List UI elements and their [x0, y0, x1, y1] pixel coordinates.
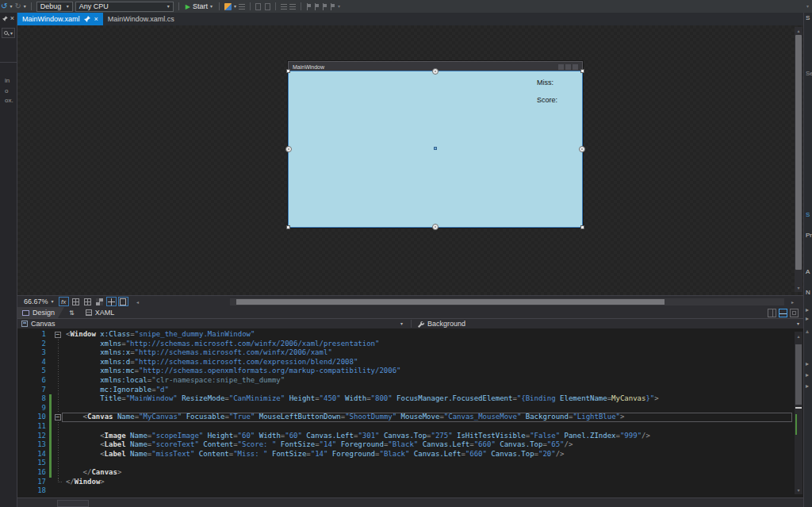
- bookmark-clear-icon[interactable]: [330, 3, 335, 10]
- collapse-icon[interactable]: −: [55, 332, 61, 338]
- resize-handle-right[interactable]: [579, 146, 585, 152]
- line-number: 2: [17, 340, 46, 349]
- chevron-down-icon[interactable]: ▾: [797, 321, 799, 326]
- document-copy-icon[interactable]: [265, 3, 270, 10]
- breadcrumb-element[interactable]: Canvas: [31, 320, 56, 328]
- designer-vertical-scrollbar[interactable]: ▴ ▾: [795, 27, 802, 292]
- indent-icon[interactable]: [281, 4, 287, 10]
- scroll-up-icon[interactable]: ▴: [795, 333, 802, 339]
- resize-handle-top[interactable]: [432, 68, 439, 75]
- code-line[interactable]: 12<Image Name="scopeImage" Height="60" W…: [17, 432, 803, 441]
- design-surface[interactable]: MainWindow Miss: Score: ▴: [17, 25, 803, 295]
- fold-guide: [58, 376, 59, 386]
- collapse-icon[interactable]: −: [55, 414, 61, 421]
- scroll-left-icon[interactable]: ◂: [136, 299, 139, 305]
- close-icon[interactable]: ×: [94, 16, 98, 23]
- code-line[interactable]: 14<Label Name="missText" Content="Miss: …: [17, 450, 803, 459]
- configuration-select[interactable]: Debug ▾: [36, 2, 73, 12]
- miss-label: Miss:: [537, 79, 553, 86]
- designer-horizontal-scrollbar[interactable]: [230, 298, 784, 305]
- line-number: 3: [17, 348, 46, 358]
- code-line[interactable]: 18: [17, 486, 803, 496]
- xaml-code-editor[interactable]: 1−<Window x:Class="snipe_the_dummy.MainW…: [17, 328, 803, 497]
- code-text: xmlns:d="http://schemas.microsoft.com/ex…: [66, 358, 358, 367]
- resize-handle-left[interactable]: [285, 146, 292, 152]
- swap-panes-icon[interactable]: ⇅: [69, 309, 75, 317]
- document-icon[interactable]: [255, 3, 261, 10]
- toolbox-search-input[interactable]: ▾: [2, 28, 15, 38]
- vertical-split-button[interactable]: [768, 309, 776, 317]
- collapse-pane-button[interactable]: [790, 309, 799, 317]
- scrollbar-thumb[interactable]: [795, 35, 802, 270]
- zoom-select[interactable]: 66.67% ▾: [17, 298, 57, 305]
- editor-vertical-scrollbar[interactable]: ▴ ▾: [795, 332, 802, 494]
- toolbar-options-icon[interactable]: ▾: [806, 4, 809, 9]
- divider: [0, 62, 17, 63]
- code-line[interactable]: 13<Label Name="scoreText" Content="Score…: [17, 440, 803, 450]
- tab-design[interactable]: Design: [17, 307, 64, 318]
- scrollbar-thumb[interactable]: [795, 344, 802, 405]
- redo-icon[interactable]: ↻: [14, 2, 21, 10]
- code-line[interactable]: 4xmlns:d="http://schemas.microsoft.com/e…: [17, 358, 803, 367]
- outdent-icon[interactable]: [289, 4, 296, 10]
- horizontal-split-button[interactable]: [779, 309, 787, 317]
- pin-icon[interactable]: [2, 16, 8, 21]
- pin-icon[interactable]: [84, 16, 90, 22]
- scroll-up-icon[interactable]: ▴: [797, 27, 799, 35]
- snap-to-gridlines-toggle[interactable]: [106, 297, 117, 306]
- fold-guide: [58, 386, 59, 395]
- tab-mainwindow-xaml[interactable]: MainWindow.xaml ×: [17, 13, 103, 25]
- code-line[interactable]: 10−<Canvas Name="MyCanvas" Focusable="Tr…: [17, 413, 803, 422]
- resize-handle-top-right[interactable]: [580, 69, 584, 73]
- code-line[interactable]: 1−<Window x:Class="snipe_the_dummy.MainW…: [17, 330, 803, 340]
- scroll-down-icon[interactable]: ▾: [797, 284, 799, 292]
- code-line[interactable]: 7mc:Ignorable="d": [17, 386, 803, 395]
- resize-handle-top-left[interactable]: [286, 69, 290, 73]
- resize-handle-bottom-left[interactable]: [286, 225, 290, 229]
- design-preview-window[interactable]: MainWindow Miss: Score:: [288, 61, 583, 228]
- code-line[interactable]: 17</Window>: [17, 478, 803, 487]
- list-icon[interactable]: [239, 4, 245, 10]
- tab-xaml[interactable]: XAML: [79, 307, 121, 318]
- split-view-tab-bar: Design ⇅ XAML: [17, 307, 803, 318]
- undo-icon[interactable]: ↺: [1, 2, 7, 10]
- code-line[interactable]: 11: [17, 422, 803, 432]
- toolbar-overflow-icon[interactable]: ▾: [338, 4, 340, 9]
- chevron-down-icon[interactable]: ▾: [400, 321, 403, 326]
- code-line[interactable]: 8Title="MainWindow" ResizeMode="CanMinim…: [17, 394, 803, 404]
- tool-icon[interactable]: [224, 3, 232, 10]
- bookmark-prev-icon[interactable]: [314, 3, 320, 10]
- preview-window-buttons: [558, 64, 578, 70]
- snap-grid-toggle[interactable]: [82, 297, 93, 306]
- toolbox-panel: × ▾ in o ox.: [0, 13, 17, 507]
- platform-select[interactable]: Any CPU ▾: [75, 2, 174, 12]
- code-line[interactable]: 3xmlns:x="http://schemas.microsoft.com/w…: [17, 348, 803, 358]
- resize-handle-bottom[interactable]: [432, 224, 439, 230]
- tab-mainwindow-xaml-cs[interactable]: MainWindow.xaml.cs: [103, 13, 179, 25]
- bookmark-icon[interactable]: [306, 3, 312, 10]
- disable-project-code-toggle[interactable]: [118, 297, 128, 306]
- scroll-right-icon[interactable]: ▸: [791, 299, 794, 305]
- scroll-down-icon[interactable]: ▾: [795, 487, 802, 493]
- breadcrumb-property-combo[interactable]: Background: [417, 319, 465, 328]
- undo-dropdown-icon[interactable]: ▾: [10, 4, 12, 9]
- resize-handle-bottom-right[interactable]: [580, 225, 584, 229]
- show-grid-toggle[interactable]: [71, 297, 81, 306]
- canvas-center-marker: [434, 147, 437, 150]
- close-icon[interactable]: ×: [10, 15, 14, 22]
- start-debug-button[interactable]: ▶ Start ▾: [184, 2, 214, 10]
- effects-toggle[interactable]: fx: [59, 297, 69, 306]
- code-line[interactable]: 9: [17, 404, 803, 413]
- code-line[interactable]: 16</Canvas>: [17, 468, 803, 478]
- chevron-down-icon[interactable]: ▾: [234, 4, 236, 9]
- bookmark-next-icon[interactable]: [322, 3, 327, 10]
- snapping-toggle[interactable]: [94, 297, 105, 306]
- code-line[interactable]: 5xmlns:mc="http://schemas.openxmlformats…: [17, 367, 803, 376]
- code-line[interactable]: 2xmlns="http://schemas.microsoft.com/win…: [17, 340, 803, 349]
- redo-dropdown-icon[interactable]: ▾: [24, 4, 26, 9]
- editor-zoom-control[interactable]: [57, 500, 89, 507]
- code-line[interactable]: 6xmlns:local="clr-namespace:snipe_the_du…: [17, 376, 803, 386]
- editor-bottom-strip: [17, 497, 803, 507]
- code-line[interactable]: 15: [17, 459, 803, 468]
- scrollbar-thumb[interactable]: [236, 299, 665, 305]
